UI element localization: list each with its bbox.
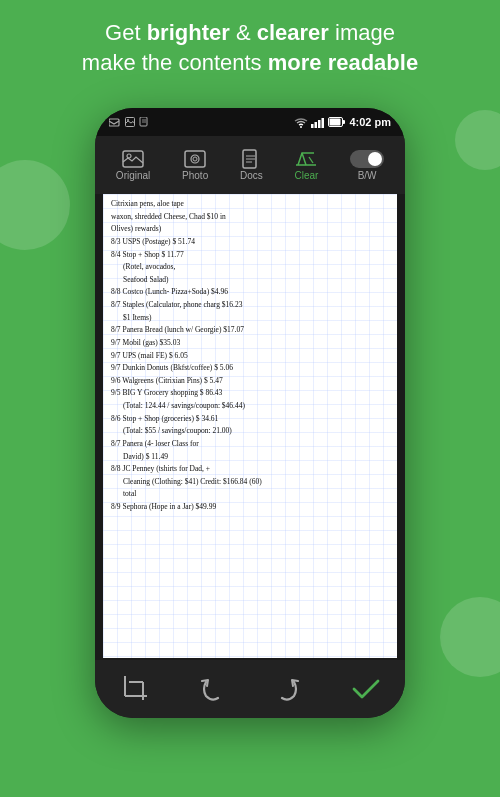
original-icon (122, 150, 144, 168)
svg-rect-10 (322, 118, 325, 128)
header-line1-and: & (230, 20, 257, 45)
bg-circle-right-top (455, 110, 500, 170)
doc-line-19: 8/7 Panera (4- loser Class for (109, 438, 393, 450)
doc-line-23: total (109, 488, 393, 500)
signal-icon (311, 117, 325, 128)
doc-line-24: 8/9 Sephora (Hope in a Jar) $49.99 (109, 501, 393, 513)
toolbar-photo[interactable]: Photo (174, 146, 216, 185)
toggle-knob (368, 152, 382, 166)
redo-button[interactable] (271, 671, 307, 707)
svg-point-15 (127, 154, 131, 158)
toggle-switch[interactable] (350, 150, 384, 168)
header-line1-brighter: brighter (147, 20, 230, 45)
wifi-icon (294, 117, 308, 128)
bottom-bar (95, 660, 405, 718)
undo-button[interactable] (193, 671, 229, 707)
doc-line-20: David) $ 11.49 (109, 451, 393, 463)
doc-line-1: waxon, shredded Cheese, Chad $10 in (109, 211, 393, 223)
bg-circle-left (0, 160, 70, 250)
bw-toggle-container (350, 150, 384, 168)
toolbar-bw[interactable]: B/W (342, 146, 392, 185)
photo-icon (184, 150, 206, 168)
clear-icon (295, 150, 317, 168)
doc-line-11: 9/7 Mobil (gas) $35.03 (109, 337, 393, 349)
status-bar: 4:02 pm (95, 108, 405, 136)
svg-rect-9 (318, 120, 321, 128)
notification-icon (109, 117, 121, 127)
phone: 4:02 pm Original P (95, 108, 405, 718)
svg-point-17 (191, 155, 199, 163)
bg-circle-right-bottom (440, 597, 500, 677)
header-text: Get brighter & clearer image make the co… (0, 18, 500, 77)
header-line1-get: Get (105, 20, 147, 45)
handwritten-content: Citrixian pens, aloe tape waxon, shredde… (109, 198, 393, 514)
toolbar-docs[interactable]: Docs (232, 146, 271, 185)
toolbar-docs-label: Docs (240, 170, 263, 181)
status-icons-left (109, 117, 149, 127)
svg-rect-7 (311, 124, 314, 128)
doc-line-13: 9/7 Dunkin Donuts (Bkfst/coffee) $ 5.06 (109, 362, 393, 374)
doc-line-7: 8/8 Costco (Lunch- Pizza+Soda) $4.96 (109, 286, 393, 298)
doc-line-12: 9/7 UPS (mail FE) $ 6.05 (109, 350, 393, 362)
svg-rect-13 (330, 119, 341, 126)
toolbar-photo-label: Photo (182, 170, 208, 181)
doc-line-9: $1 Items) (109, 312, 393, 324)
doc-line-4: 8/4 Stop + Shop $ 11.77 (109, 249, 393, 261)
crop-button[interactable] (116, 671, 152, 707)
confirm-button[interactable] (348, 671, 384, 707)
svg-rect-8 (315, 122, 318, 128)
doc-line-14: 9/6 Walgreens (Citrixian Pins) $ 5.47 (109, 375, 393, 387)
toolbar-original[interactable]: Original (108, 146, 158, 185)
toolbar: Original Photo Do (95, 136, 405, 194)
image-icon (125, 117, 135, 127)
toolbar-clear-label: Clear (294, 170, 318, 181)
docs-icon (240, 150, 262, 168)
toolbar-bw-label: B/W (358, 170, 377, 181)
status-time: 4:02 pm (349, 116, 391, 128)
svg-rect-3 (140, 117, 147, 126)
svg-rect-16 (185, 151, 205, 167)
status-icons-right: 4:02 pm (294, 116, 391, 128)
doc-line-0: Citrixian pens, aloe tape (109, 198, 393, 210)
toolbar-clear[interactable]: Clear (286, 146, 326, 185)
doc-line-16: (Total: 124.44 / savings/coupon: $46.44) (109, 400, 393, 412)
header-line2-normal: make the contents (82, 50, 268, 75)
battery-icon (328, 117, 346, 127)
doc-line-8: 8/7 Staples (Calculator, phone charg $16… (109, 299, 393, 311)
doc-line-15: 9/5 BIG Y Grocery shopping $ 86.43 (109, 387, 393, 399)
header-line1-clearer: clearer (257, 20, 329, 45)
header-line1-image: image (329, 20, 395, 45)
doc-line-10: 8/7 Panera Bread (lunch w/ Georgie) $17.… (109, 324, 393, 336)
grid-paper: Citrixian pens, aloe tape waxon, shredde… (103, 194, 397, 658)
doc-line-21: 8/8 JC Penney (tshirts for Dad, + (109, 463, 393, 475)
doc-line-5: (Rotel, avocados, (109, 261, 393, 273)
doc-line-17: 8/6 Stop + Shop (groceries) $ 34.61 (109, 413, 393, 425)
doc-line-22: Cleaning (Clothing: $41) Credit: $166.84… (109, 476, 393, 488)
doc-line-2: Olives) rewards) (109, 223, 393, 235)
svg-rect-12 (343, 120, 346, 124)
document-area: Citrixian pens, aloe tape waxon, shredde… (103, 194, 397, 658)
doc-line-6: Seafood Salad) (109, 274, 393, 286)
doc-line-18: (Total: $55 / savings/coupon: 21.00) (109, 425, 393, 437)
doc-icon-status (139, 117, 149, 127)
svg-point-18 (193, 157, 197, 161)
doc-line-3: 8/3 USPS (Postage) $ 51.74 (109, 236, 393, 248)
svg-point-6 (300, 126, 302, 128)
header-line2-bold: more readable (268, 50, 418, 75)
toolbar-original-label: Original (116, 170, 150, 181)
